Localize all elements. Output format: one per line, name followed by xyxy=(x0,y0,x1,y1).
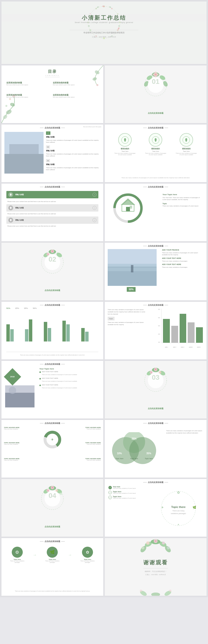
bar-chart-slide: 点击此处添加标题 51% 25% 35% 50% xyxy=(1,302,103,360)
svg-point-63 xyxy=(47,254,49,255)
svg-text:Topic here: Topic here xyxy=(145,458,153,460)
timeline-image xyxy=(5,385,34,408)
svg-point-128 xyxy=(167,546,170,549)
image-text-slide: 点击此处添加标题 50% ADD xyxy=(105,243,207,300)
toc-item-1: 这里添加您的标题 Not sure what to put in this sp… xyxy=(6,82,50,86)
list-item-3: 请输入标题 › xyxy=(6,216,98,224)
process-icon-2: 🌿 Topic here There are many variations p… xyxy=(44,547,61,563)
svg-point-2 xyxy=(111,8,113,9)
process-slide-19: 点击此处添加标题 ⚙ Topic here There are many var… xyxy=(1,538,103,596)
topic-header-br: TOPIC HEADER HERE There are many variati… xyxy=(76,458,101,461)
check-item-1: ✓ Your text There are many variations of… xyxy=(108,486,153,489)
cover-reporter: 汇报人：XXX 时间：XX年XX月 xyxy=(1,36,207,38)
svg-rect-55 xyxy=(130,206,132,208)
venn-diagram: 10% 25% 35% Topic here Topic here Topic … xyxy=(110,432,159,469)
svg-point-107 xyxy=(60,492,62,495)
svg-text:+: + xyxy=(177,523,179,526)
svg-text:✈: ✈ xyxy=(161,506,164,509)
svg-text:Topic here: Topic here xyxy=(130,458,138,460)
svg-rect-72 xyxy=(5,393,34,408)
svg-point-38 xyxy=(155,74,157,76)
topic-there-area: ⚙ 🌿 ✈ + Topic there There are many varia… xyxy=(155,486,202,530)
timeline-slide: 点击此处添加标题 2018 You xyxy=(1,361,103,418)
topic-circle-1: 请添加您的 Topic here There are many variatio… xyxy=(114,133,136,156)
check-item-3: ✓ Topic here There are many variations o… xyxy=(108,496,153,499)
cover-subtitle: 毕业答辩工作总结站工作计划开题报告求职简历 xyxy=(1,32,207,34)
cover-title-en: Small freshness college students' gradua… xyxy=(1,22,207,23)
svg-point-12 xyxy=(95,8,97,9)
topic-header-bl: TOPIC HEADER HERE There are many variati… xyxy=(4,458,28,461)
svg-point-124 xyxy=(155,540,157,542)
section01-subtitle: 点击此处添加标题 xyxy=(105,112,207,114)
svg-point-61 xyxy=(52,250,53,252)
section03-slide: 03 点击此处添加标题 xyxy=(105,361,207,418)
slide3-content: ✓ 请输入标题 There are many variations of pas… xyxy=(46,132,100,170)
topic-header-slide: 点击此处添加标题 ✈ TOPIC HEADER HERE There are m… xyxy=(1,420,103,478)
svg-point-127 xyxy=(141,546,144,549)
svg-text:⚙: ⚙ xyxy=(177,490,180,494)
toc-slide: 目录 CONTENTS 这里添加您的标题 Not sure what to pu… xyxy=(1,66,103,123)
process-icon-3: ✿ Topic here There are many variations p… xyxy=(79,547,96,563)
toc-item-2: 这里添加您的标题 Not sure what to put in this sp… xyxy=(53,82,97,86)
svg-point-82 xyxy=(159,371,161,374)
chart-slide-7: 点击此处添加标题 xyxy=(105,184,207,241)
svg-point-13 xyxy=(102,6,105,7)
section04-subtitle: 点击此处添加标题 xyxy=(1,525,103,528)
toc-title: 目录 CONTENTS xyxy=(1,69,103,78)
list-item-1: 请输入标题 › xyxy=(6,191,98,198)
svg-point-40 xyxy=(155,76,157,78)
svg-text:35%: 35% xyxy=(146,452,151,455)
svg-point-91 xyxy=(129,437,156,464)
svg-point-133 xyxy=(169,590,172,592)
list-slide-5: 点击此处添加标题 请输入标题 › Please enter your cont xyxy=(1,184,103,241)
svg-text:02: 02 xyxy=(48,256,56,263)
section01-slide: 01 点击此处添加标题 xyxy=(105,66,207,123)
check-item-2: ✓ Topic here There are many variations o… xyxy=(108,491,153,494)
svg-point-15 xyxy=(117,27,120,30)
svg-text:01: 01 xyxy=(152,78,159,85)
svg-text:variations passages: variations passages xyxy=(171,512,186,514)
cover-title-cn: 小清新工作总结 xyxy=(1,14,207,22)
content-slide-3: 点击此处添加标题 Not sure what to put in this sp… xyxy=(1,124,103,182)
svg-point-103 xyxy=(52,487,53,488)
svg-text:25%: 25% xyxy=(132,437,137,440)
svg-point-106 xyxy=(55,489,58,492)
topic-circle-2: 请添加您的 Topic here There are many variatio… xyxy=(145,133,167,156)
svg-text:✈: ✈ xyxy=(51,438,54,442)
svg-point-9 xyxy=(89,29,91,31)
thanks-slide: 谢谢观看 感谢聆听，不足之处请批评指正！ 汇报人：XXX 时间：XX年XX月 xyxy=(105,538,207,596)
svg-text:10%: 10% xyxy=(117,452,122,455)
svg-point-41 xyxy=(153,74,155,76)
svg-point-1 xyxy=(103,6,105,7)
list-item-2: 请输入标题 › xyxy=(6,204,98,212)
svg-point-110 xyxy=(161,491,196,526)
percent-badge: 50% xyxy=(127,287,136,292)
circle-chart xyxy=(112,192,144,224)
svg-point-23 xyxy=(2,114,8,120)
svg-point-79 xyxy=(155,369,156,370)
svg-point-132 xyxy=(140,590,142,592)
toc-item-3: 这里添加您的标题 Not sure what to put in this sp… xyxy=(6,94,50,98)
bar-chart-yaxis-slide: 点击此处添加标题 There are many variations of pa… xyxy=(105,302,207,360)
svg-point-42 xyxy=(157,74,159,76)
svg-rect-70 xyxy=(131,265,133,272)
section02-slide: 02 点击此处添加标题 xyxy=(1,243,103,300)
image-placeholder-3 xyxy=(4,132,43,174)
svg-point-126 xyxy=(162,542,165,544)
year-badge: 2018 xyxy=(6,371,18,383)
svg-point-125 xyxy=(146,541,150,545)
svg-point-20 xyxy=(88,26,90,27)
svg-text:Topic here: Topic here xyxy=(116,458,123,460)
svg-point-26 xyxy=(9,98,11,100)
cover-slide: 小清新工作总结 Small freshness college students… xyxy=(1,2,207,64)
svg-text:Topic there: Topic there xyxy=(171,506,186,508)
section02-subtitle: 点击此处添加标题 xyxy=(1,289,103,292)
svg-text:04: 04 xyxy=(48,492,56,499)
topic-slide-4: 点击此处添加标题 请添加您的 Topic here There are many… xyxy=(105,124,207,182)
right-bar-chart: 500 400 300 200 100 标题一 标题二 xyxy=(154,309,203,348)
svg-point-81 xyxy=(151,372,152,373)
svg-point-5 xyxy=(117,29,119,31)
svg-rect-46 xyxy=(4,154,43,174)
svg-rect-54 xyxy=(126,207,130,211)
topic-header-mr: TOPIC HEADER HERE There are many variati… xyxy=(76,442,101,445)
